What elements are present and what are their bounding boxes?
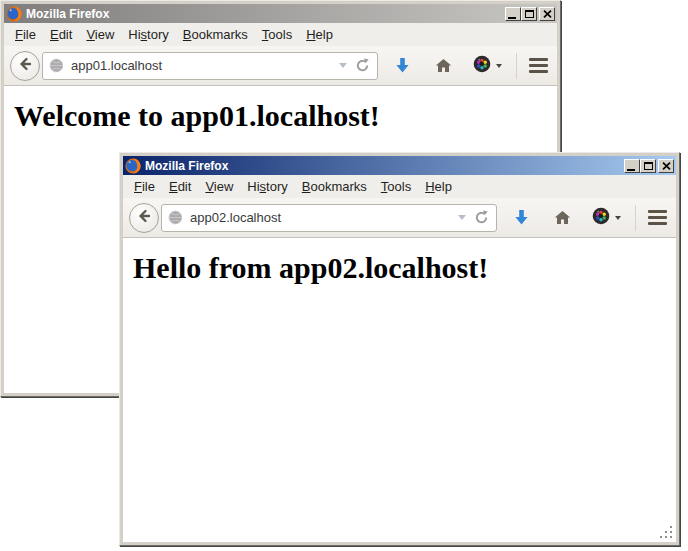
menu-edit[interactable]: Edit: [162, 177, 198, 196]
menu-bookmarks[interactable]: Bookmarks: [176, 25, 255, 44]
urlbar[interactable]: [161, 204, 497, 232]
minimize-button[interactable]: [624, 159, 640, 173]
dropdown-caret-icon: [496, 64, 502, 68]
window-controls: [505, 7, 555, 21]
close-icon: [662, 162, 671, 170]
close-button[interactable]: [539, 7, 555, 21]
window-controls: [624, 159, 674, 173]
download-button[interactable]: [514, 209, 529, 226]
download-arrow-icon: [514, 209, 529, 226]
back-arrow-icon: [17, 56, 33, 76]
download-arrow-icon: [395, 57, 410, 74]
menu-file[interactable]: File: [127, 177, 162, 196]
menu-hamburger-button[interactable]: [648, 210, 667, 225]
reload-button[interactable]: [474, 210, 489, 225]
page-heading: Hello from app02.localhost!: [123, 251, 676, 285]
menu-view[interactable]: View: [79, 25, 121, 44]
menu-history[interactable]: History: [121, 25, 175, 44]
download-button[interactable]: [395, 57, 410, 74]
window-title: Mozilla Firefox: [25, 7, 502, 21]
colorwheel-icon: [473, 55, 491, 77]
home-icon: [435, 58, 452, 73]
menu-file[interactable]: File: [8, 25, 43, 44]
maximize-icon: [644, 162, 653, 170]
menu-bookmarks[interactable]: Bookmarks: [295, 177, 374, 196]
close-icon: [543, 10, 552, 18]
home-button[interactable]: [435, 58, 452, 73]
nav-toolbar: [123, 198, 676, 238]
minimize-icon: [627, 169, 635, 171]
toolbar-separator: [635, 205, 636, 231]
menu-view[interactable]: View: [198, 177, 240, 196]
colorwheel-icon: [592, 207, 610, 229]
maximize-button[interactable]: [640, 159, 656, 173]
nav-toolbar: [4, 46, 557, 86]
firefox-window-app02[interactable]: Mozilla Firefox File Edit View History B…: [119, 152, 680, 546]
menubar: File Edit View History Bookmarks Tools H…: [4, 23, 557, 46]
back-arrow-icon: [136, 208, 152, 228]
menu-edit[interactable]: Edit: [43, 25, 79, 44]
menu-hamburger-button[interactable]: [529, 58, 548, 73]
urlbar-dropdown-icon[interactable]: [339, 63, 347, 68]
firefox-logo-icon: [125, 158, 141, 174]
search-engine-button[interactable]: [473, 55, 502, 77]
home-button[interactable]: [554, 210, 571, 225]
url-input[interactable]: [183, 210, 456, 225]
back-button[interactable]: [10, 51, 40, 81]
firefox-logo-icon: [6, 6, 22, 22]
site-identity-globe-icon[interactable]: [168, 210, 183, 225]
page-heading: Welcome to app01.localhost!: [4, 99, 557, 133]
search-engine-button[interactable]: [592, 207, 621, 229]
urlbar[interactable]: [42, 52, 378, 80]
menu-help[interactable]: Help: [299, 25, 340, 44]
menu-tools[interactable]: Tools: [255, 25, 299, 44]
resize-grip[interactable]: [660, 526, 674, 540]
minimize-button[interactable]: [505, 7, 521, 21]
home-icon: [554, 210, 571, 225]
window-title: Mozilla Firefox: [144, 159, 621, 173]
titlebar[interactable]: Mozilla Firefox: [123, 156, 676, 175]
url-input[interactable]: [64, 58, 337, 73]
reload-button[interactable]: [355, 58, 370, 73]
menu-tools[interactable]: Tools: [374, 177, 418, 196]
minimize-icon: [508, 17, 516, 19]
menubar: File Edit View History Bookmarks Tools H…: [123, 175, 676, 198]
titlebar[interactable]: Mozilla Firefox: [4, 4, 557, 23]
menu-help[interactable]: Help: [418, 177, 459, 196]
maximize-button[interactable]: [521, 7, 537, 21]
site-identity-globe-icon[interactable]: [49, 58, 64, 73]
maximize-icon: [525, 10, 534, 18]
toolbar-separator: [516, 53, 517, 79]
urlbar-dropdown-icon[interactable]: [458, 215, 466, 220]
hamburger-icon: [529, 58, 548, 61]
menu-history[interactable]: History: [240, 177, 294, 196]
hamburger-icon: [648, 210, 667, 213]
dropdown-caret-icon: [615, 216, 621, 220]
close-button[interactable]: [658, 159, 674, 173]
back-button[interactable]: [129, 203, 159, 233]
page-content: Hello from app02.localhost!: [123, 238, 676, 542]
